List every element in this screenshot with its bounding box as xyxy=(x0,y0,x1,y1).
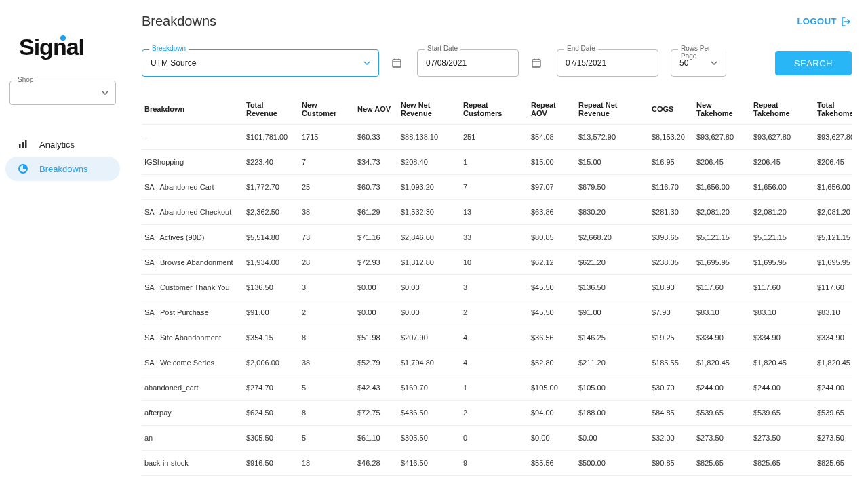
table-cell: 5 xyxy=(299,426,355,451)
table-cell: 4 xyxy=(460,325,528,350)
search-button[interactable]: SEARCH xyxy=(775,51,852,75)
table-cell: $83.10 xyxy=(751,300,814,325)
table-cell: $334.90 xyxy=(814,325,852,350)
column-header[interactable]: Breakdown xyxy=(142,94,243,125)
pie-chart-icon xyxy=(18,163,28,174)
table-cell: 38 xyxy=(299,200,355,225)
table-cell: $60.33 xyxy=(355,125,398,150)
column-header[interactable]: Repeat AOV xyxy=(528,94,576,125)
svg-rect-2 xyxy=(25,140,27,148)
start-date-input[interactable]: Start Date 07/08/2021 xyxy=(417,49,519,77)
table-cell: $273.50 xyxy=(751,426,814,451)
table-cell: IGShopping xyxy=(142,150,243,175)
table-row: -$101,781.001715$60.33$88,138.10251$54.0… xyxy=(142,125,852,150)
table-cell: $1,794.80 xyxy=(398,350,460,375)
table-cell: $624.50 xyxy=(243,401,299,426)
table-cell: $7.90 xyxy=(649,300,694,325)
table-row: IGShopping$223.407$34.73$208.401$15.00$1… xyxy=(142,150,852,175)
table-cell: $0.00 xyxy=(528,426,576,451)
column-header[interactable]: Repeat Net Revenue xyxy=(576,94,649,125)
table-cell: $51.98 xyxy=(355,325,398,350)
table-cell: $1,695.95 xyxy=(694,250,751,275)
start-date-value: 07/08/2021 xyxy=(426,58,467,68)
table-cell: 28 xyxy=(299,250,355,275)
calendar-icon xyxy=(391,58,402,68)
table-cell: 3 xyxy=(460,275,528,300)
table-row: afterpay$624.508$72.75$436.502$94.00$188… xyxy=(142,401,852,426)
table-row: SA | Welcome Series$2,006.0038$52.79$1,7… xyxy=(142,350,852,375)
table-cell: $679.50 xyxy=(576,175,649,200)
table-cell: $916.50 xyxy=(243,451,299,476)
table-cell: $539.65 xyxy=(694,401,751,426)
table-cell: SA | Welcome Series xyxy=(142,350,243,375)
table-cell: 8 xyxy=(299,325,355,350)
table-cell: $45.50 xyxy=(528,300,576,325)
table-cell: $274.70 xyxy=(243,375,299,401)
table-cell: 7 xyxy=(460,175,528,200)
breakdown-select[interactable]: Breakdown UTM Source xyxy=(142,49,379,77)
logout-button[interactable]: LOGOUT xyxy=(797,16,852,26)
table-cell: $2,846.60 xyxy=(398,225,460,250)
table-cell: $206.45 xyxy=(751,150,814,175)
end-date-value: 07/15/2021 xyxy=(566,58,606,68)
table-cell: $1,656.00 xyxy=(814,175,852,200)
field-label: Start Date xyxy=(425,45,460,52)
table-cell: 73 xyxy=(299,225,355,250)
column-header[interactable]: New Net Revenue xyxy=(398,94,460,125)
table-cell: $169.70 xyxy=(398,375,460,401)
column-header[interactable]: Total Revenue xyxy=(243,94,299,125)
column-header[interactable]: New Takehome xyxy=(694,94,751,125)
table-cell: 1715 xyxy=(299,125,355,150)
table-cell: afterpay xyxy=(142,401,243,426)
table-row: SA | Post Purchase$91.002$0.00$0.002$45.… xyxy=(142,300,852,325)
field-label: End Date xyxy=(564,45,598,52)
table-cell: $32.00 xyxy=(649,426,694,451)
rows-per-page-value: 50 xyxy=(679,58,688,68)
bar-chart-icon xyxy=(18,139,28,150)
table-cell: SA | Customer Thank You xyxy=(142,275,243,300)
table-cell: $117.60 xyxy=(694,275,751,300)
table-cell: 1 xyxy=(460,375,528,401)
table-cell: $500.00 xyxy=(576,451,649,476)
sidebar-item-analytics[interactable]: Analytics xyxy=(5,132,120,157)
column-header[interactable]: COGS xyxy=(649,94,694,125)
table-cell: $136.50 xyxy=(243,275,299,300)
table-cell: 7 xyxy=(299,150,355,175)
table-cell: $13,572.90 xyxy=(576,125,649,150)
table-cell: 1 xyxy=(460,150,528,175)
table-cell: $416.50 xyxy=(398,451,460,476)
table-cell: $0.00 xyxy=(355,300,398,325)
table-cell: 38 xyxy=(299,350,355,375)
table-cell: $825.65 xyxy=(814,451,852,476)
table-row: back-in-stock$916.5018$46.28$416.509$55.… xyxy=(142,451,852,476)
shop-select[interactable]: Shop xyxy=(9,81,116,105)
column-header[interactable]: Repeat Takehome xyxy=(751,94,814,125)
sidebar-item-breakdowns[interactable]: Breakdowns xyxy=(5,157,120,181)
table-cell: $54.08 xyxy=(528,125,576,150)
table-row: SA | Abandoned Checkout$2,362.5038$61.29… xyxy=(142,200,852,225)
table-cell: $8,153.20 xyxy=(649,125,694,150)
table-cell: $244.00 xyxy=(694,375,751,401)
table-cell: SA | Actives (90D) xyxy=(142,225,243,250)
table-cell: $1,695.95 xyxy=(751,250,814,275)
table-cell: $101,781.00 xyxy=(243,125,299,150)
table-cell: $0.00 xyxy=(355,275,398,300)
table-cell: $52.79 xyxy=(355,350,398,375)
table-cell: $273.50 xyxy=(694,426,751,451)
table-cell: SA | Browse Abandonment xyxy=(142,250,243,275)
table-cell: $46.28 xyxy=(355,451,398,476)
table-cell: $1,820.45 xyxy=(814,350,852,375)
column-header[interactable]: Repeat Customers xyxy=(460,94,528,125)
table-wrap[interactable]: BreakdownTotal RevenueNew CustomerNew AO… xyxy=(142,94,852,488)
table-cell: $5,514.80 xyxy=(243,225,299,250)
column-header[interactable]: Total Takehome xyxy=(814,94,852,125)
end-date-input[interactable]: End Date 07/15/2021 xyxy=(557,49,658,77)
svg-rect-1 xyxy=(22,142,24,148)
rows-per-page-select[interactable]: Rows Per Page 50 xyxy=(671,49,726,77)
column-header[interactable]: New AOV xyxy=(355,94,398,125)
breakdown-value: UTM Source xyxy=(151,58,196,68)
table-row: abandoned_cart$274.705$42.43$169.701$105… xyxy=(142,375,852,401)
column-header[interactable]: New Customer xyxy=(299,94,355,125)
table-cell: $19.25 xyxy=(649,325,694,350)
table-cell: $1,772.70 xyxy=(243,175,299,200)
